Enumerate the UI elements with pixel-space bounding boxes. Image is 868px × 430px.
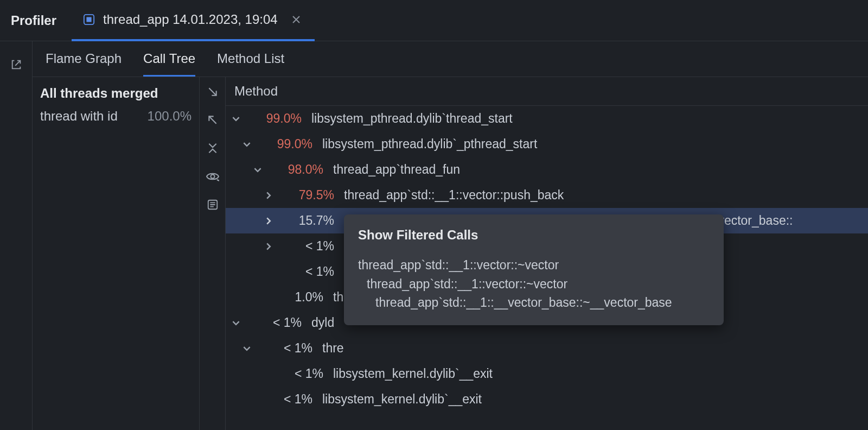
percentage: < 1% [263, 392, 312, 407]
arrow-up-left-icon[interactable] [205, 112, 221, 128]
chevron-down-icon[interactable] [241, 345, 253, 352]
percentage: 1.0% [273, 290, 323, 305]
main-area: Flame Graph Call Tree Method List All th… [0, 41, 868, 430]
svg-point-2 [210, 175, 214, 179]
view-tabs: Flame Graph Call Tree Method List [33, 41, 868, 77]
thread-pct: 100.0% [148, 109, 192, 124]
tab-label: thread_app 14.01.2023, 19:04 [103, 12, 278, 27]
collapse-icon[interactable] [205, 140, 221, 156]
top-bar: Profiler thread_app 14.01.2023, 19:04 [0, 0, 868, 41]
tree-panel: Method 99.0% libsystem_pthread.dylib`thr… [226, 77, 868, 430]
run-icon [82, 13, 95, 26]
arrow-down-right-icon[interactable] [205, 84, 221, 100]
thread-row[interactable]: thread with id 100.0% [40, 109, 192, 124]
popup-line: thread_app`std::__1::vector::~vector [358, 275, 710, 294]
tab-call-tree[interactable]: Call Tree [143, 51, 195, 77]
body-row: All threads merged thread with id 100.0% [33, 77, 868, 430]
chevron-down-icon[interactable] [252, 166, 264, 174]
method-name: th [333, 290, 343, 305]
tree-row[interactable]: 79.5% thread_app`std::__1::vector::push_… [226, 182, 868, 208]
percentage: 99.0% [252, 111, 302, 126]
chevron-right-icon[interactable] [263, 217, 275, 225]
method-name: thre [322, 341, 344, 356]
chevron-right-icon[interactable] [263, 243, 275, 250]
left-gutter [0, 41, 33, 430]
method-name: thread_app`thread_fun [333, 162, 460, 177]
popup-line: thread_app`std::__1::vector::~vector [358, 256, 710, 275]
filtered-calls-popup: Show Filtered Calls thread_app`std::__1:… [344, 214, 724, 325]
external-link-icon[interactable] [8, 56, 24, 73]
tab-method-list[interactable]: Method List [217, 51, 284, 77]
percentage: < 1% [273, 366, 323, 381]
chevron-down-icon[interactable] [230, 115, 242, 123]
svg-rect-1 [86, 17, 91, 22]
tree-row[interactable]: < 1% libsystem_kernel.dylib`__exit [226, 361, 868, 387]
profiler-session-tab[interactable]: thread_app 14.01.2023, 19:04 [72, 0, 315, 41]
percentage: < 1% [284, 239, 334, 254]
tree-row[interactable]: < 1% thre [226, 336, 868, 361]
thread-label: thread with id [40, 109, 118, 124]
percentage: < 1% [263, 341, 312, 356]
tree-row[interactable]: 98.0% thread_app`thread_fun [226, 157, 868, 182]
tree-header: Method [226, 77, 868, 106]
percentage: 98.0% [273, 162, 323, 177]
list-icon[interactable] [205, 197, 221, 213]
close-icon[interactable] [289, 12, 304, 27]
popup-line: thread_app`std::__1::__vector_base::~__v… [358, 293, 710, 312]
percentage: < 1% [284, 264, 334, 279]
tab-flame-graph[interactable]: Flame Graph [46, 51, 122, 77]
chevron-down-icon[interactable] [241, 141, 253, 148]
thread-panel: All threads merged thread with id 100.0% [33, 77, 200, 430]
tree-row[interactable]: 99.0% libsystem_pthread.dylib`thread_sta… [226, 106, 868, 131]
threads-title: All threads merged [40, 86, 192, 101]
chevron-right-icon[interactable] [263, 192, 275, 199]
method-name: thread_app`std::__1::vector::push_back [344, 188, 564, 203]
method-name: libsystem_pthread.dylib`thread_start [311, 111, 513, 126]
percentage: < 1% [252, 315, 302, 330]
method-name: dyld [311, 315, 334, 330]
method-name: libsystem_kernel.dylib`__exit [333, 366, 493, 381]
tree-toolbar [200, 77, 226, 430]
method-name: libsystem_kernel.dylib`__exit [322, 392, 482, 407]
percentage: 15.7% [284, 213, 334, 228]
popup-title: Show Filtered Calls [358, 227, 710, 243]
percentage: 99.0% [263, 137, 312, 151]
app-title: Profiler [0, 13, 72, 28]
content: Flame Graph Call Tree Method List All th… [33, 41, 868, 430]
method-name: libsystem_pthread.dylib`_pthread_start [322, 137, 537, 151]
visibility-icon[interactable] [205, 168, 221, 185]
tree-row[interactable]: < 1% libsystem_kernel.dylib`__exit [226, 387, 868, 412]
percentage: 79.5% [284, 188, 334, 203]
tree-row[interactable]: 99.0% libsystem_pthread.dylib`_pthread_s… [226, 131, 868, 157]
chevron-down-icon[interactable] [230, 319, 242, 327]
